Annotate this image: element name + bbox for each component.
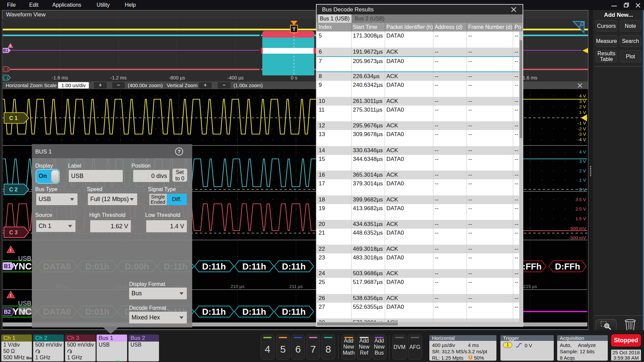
svg-text:-4 V: -4 V [578,137,586,142]
svg-text:T: T [292,26,296,32]
svg-text:1 V: 1 V [579,110,586,115]
svg-text:0 V: 0 V [579,187,586,192]
svg-text:-500 mV: -500 mV [569,235,586,240]
svg-text:3 V: 3 V [579,159,586,164]
svg-text:D:11h: D:11h [282,261,306,272]
svg-text:215 µs: 215 µs [523,284,537,289]
svg-text:C 3: C 3 [9,230,18,235]
svg-text:1.5 V: 1.5 V [575,216,586,221]
svg-text:D:11h: D:11h [243,261,266,272]
svg-text:D:11h: D:11h [243,307,266,317]
svg-text:B1: B1 [3,48,8,53]
svg-text:2 V: 2 V [579,104,586,109]
svg-text:?: ? [177,148,180,154]
svg-text:-800 µs: -800 µs [169,75,185,80]
svg-text:500 mV: 500 mV [570,226,586,231]
svg-text:2.5 V: 2.5 V [575,206,586,212]
svg-text:C 3: C 3 [3,67,8,71]
svg-text:-400 µs: -400 µs [227,75,244,80]
svg-text:-1 V: -1 V [578,121,586,126]
svg-text:1 V: 1 V [579,178,586,183]
svg-text:2 V: 2 V [579,168,586,173]
svg-text:B2: B2 [4,309,11,315]
svg-text:USB: USB [18,300,31,307]
svg-text:!: ! [10,293,11,298]
svg-text:211 µs: 211 µs [289,284,303,289]
svg-text:4 V: 4 V [579,94,586,99]
svg-text:D:11h: D:11h [202,307,226,317]
svg-text:3.5 V: 3.5 V [575,197,586,202]
svg-text:0 s: 0 s [291,75,297,80]
svg-text:T: T [470,356,472,359]
svg-text:C 2: C 2 [3,76,8,80]
svg-text:-1.2 ms: -1.2 ms [110,75,126,80]
svg-text:USB: USB [18,255,31,262]
svg-text:-1.6 ms: -1.6 ms [52,75,68,80]
svg-text:C 2: C 2 [9,187,18,192]
svg-text:!: ! [10,248,11,253]
svg-text:D:11h: D:11h [202,261,226,272]
svg-text:B1: B1 [4,263,11,269]
svg-text:-3 V: -3 V [578,132,586,137]
svg-text:4 V: 4 V [579,149,586,155]
svg-text:D:FFh: D:FFh [555,261,580,272]
svg-text:C 1: C 1 [9,115,18,121]
svg-text:D:11h: D:11h [282,307,306,317]
svg-text:1.6 ms: 1.6 ms [523,75,537,80]
svg-text:3 V: 3 V [579,99,586,104]
svg-text:-2 V: -2 V [578,126,586,131]
svg-text:210 µs: 210 µs [231,284,245,289]
svg-text:!: ! [10,44,11,48]
